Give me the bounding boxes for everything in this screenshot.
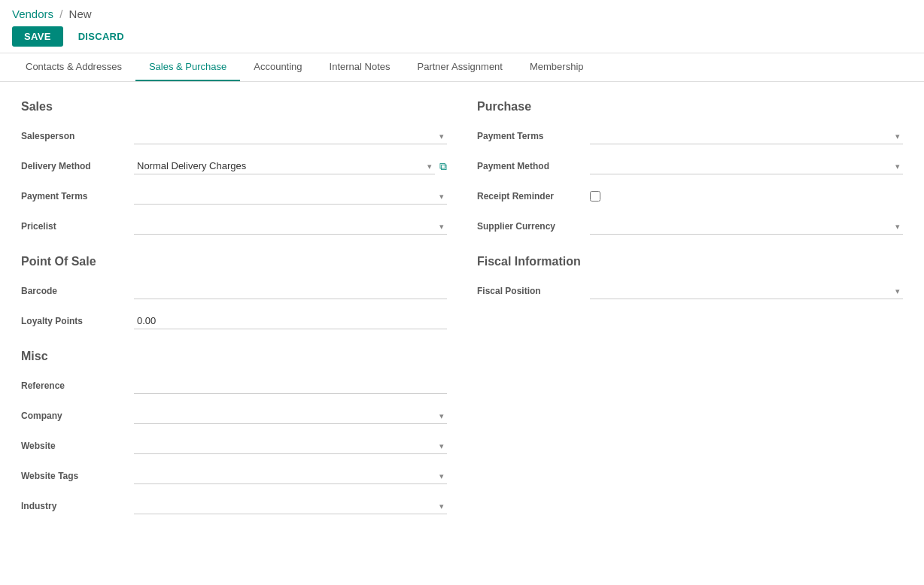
salesperson-select-wrapper[interactable]: ▾ xyxy=(134,128,447,144)
fiscal-position-select[interactable] xyxy=(590,283,903,299)
fiscal-position-select-wrapper[interactable]: ▾ xyxy=(590,283,903,299)
tab-sales-purchase[interactable]: Sales & Purchase xyxy=(135,53,240,81)
industry-label: Industry xyxy=(21,501,134,511)
breadcrumb-parent[interactable]: Vendors xyxy=(12,8,53,20)
website-select[interactable] xyxy=(134,438,447,454)
company-select[interactable] xyxy=(134,408,447,424)
tab-partner-assignment[interactable]: Partner Assignment xyxy=(404,53,516,81)
top-bar: Vendors / New SAVE DISCARD xyxy=(0,0,924,53)
breadcrumb: Vendors / New xyxy=(12,8,912,20)
purchase-section-title: Purchase xyxy=(477,100,903,114)
website-label: Website xyxy=(21,441,134,451)
pricelist-select-wrapper[interactable]: ▾ xyxy=(134,218,447,235)
fiscal-position-label: Fiscal Position xyxy=(477,286,590,296)
salesperson-select[interactable] xyxy=(134,128,447,144)
delivery-method-select[interactable]: Normal Delivery Charges xyxy=(134,158,435,174)
misc-section-title: Misc xyxy=(21,350,447,363)
tab-contacts[interactable]: Contacts & Addresses xyxy=(12,53,135,81)
company-label: Company xyxy=(21,411,134,421)
purchase-payment-terms-select[interactable] xyxy=(590,128,903,144)
tabs-container: Contacts & Addresses Sales & Purchase Ac… xyxy=(0,53,924,82)
tab-content: Sales Salesperson ▾ Delivery Method Norm… xyxy=(0,82,924,544)
website-tags-row: Website Tags ▾ xyxy=(21,465,447,486)
website-select-wrapper[interactable]: ▾ xyxy=(134,438,447,454)
sales-payment-terms-select-wrapper[interactable]: ▾ xyxy=(134,188,447,205)
right-column: Purchase Payment Terms ▾ Payment Method … xyxy=(477,100,903,526)
loyalty-points-row: Loyalty Points 0.00 xyxy=(21,311,447,332)
barcode-row: Barcode xyxy=(21,280,447,302)
sales-section-title: Sales xyxy=(21,100,447,114)
loyalty-points-label: Loyalty Points xyxy=(21,316,134,326)
receipt-reminder-checkbox[interactable] xyxy=(590,191,600,202)
barcode-input[interactable] xyxy=(134,283,447,299)
purchase-payment-terms-label: Payment Terms xyxy=(477,131,590,141)
loyalty-points-input[interactable]: 0.00 xyxy=(134,313,447,329)
salesperson-row: Salesperson ▾ xyxy=(21,126,447,147)
payment-method-select[interactable] xyxy=(590,158,903,174)
payment-method-label: Payment Method xyxy=(477,161,590,171)
save-button[interactable]: SAVE xyxy=(12,26,63,47)
payment-method-row: Payment Method ▾ xyxy=(477,156,903,177)
discard-button[interactable]: DISCARD xyxy=(69,26,133,47)
supplier-currency-select[interactable] xyxy=(590,218,903,235)
breadcrumb-current: New xyxy=(69,8,92,20)
industry-select[interactable] xyxy=(134,498,447,514)
website-row: Website ▾ xyxy=(21,435,447,456)
sales-payment-terms-label: Payment Terms xyxy=(21,191,134,202)
website-tags-label: Website Tags xyxy=(21,471,134,481)
tab-membership[interactable]: Membership xyxy=(516,53,597,81)
pos-section-title: Point Of Sale xyxy=(21,255,447,268)
fiscal-section-title: Fiscal Information xyxy=(477,255,903,268)
purchase-payment-terms-row: Payment Terms ▾ xyxy=(477,126,903,147)
delivery-method-row: Delivery Method Normal Delivery Charges … xyxy=(21,156,447,177)
reference-row: Reference xyxy=(21,375,447,396)
supplier-currency-row: Supplier Currency ▾ xyxy=(477,216,903,237)
pricelist-row: Pricelist ▾ xyxy=(21,216,447,237)
company-row: Company ▾ xyxy=(21,405,447,426)
supplier-currency-select-wrapper[interactable]: ▾ xyxy=(590,218,903,235)
pricelist-select[interactable] xyxy=(134,218,447,235)
company-select-wrapper[interactable]: ▾ xyxy=(134,408,447,424)
barcode-input-wrapper[interactable] xyxy=(134,283,447,299)
left-column: Sales Salesperson ▾ Delivery Method Norm… xyxy=(21,100,447,526)
salesperson-label: Salesperson xyxy=(21,131,134,141)
breadcrumb-separator: / xyxy=(59,8,62,20)
receipt-reminder-row: Receipt Reminder xyxy=(477,186,903,207)
reference-input-wrapper[interactable] xyxy=(134,377,447,394)
sales-payment-terms-select[interactable] xyxy=(134,188,447,205)
receipt-reminder-checkbox-wrapper[interactable] xyxy=(590,191,600,202)
receipt-reminder-label: Receipt Reminder xyxy=(477,191,590,202)
industry-select-wrapper[interactable]: ▾ xyxy=(134,498,447,514)
payment-method-select-wrapper[interactable]: ▾ xyxy=(590,158,903,174)
loyalty-points-input-wrapper[interactable]: 0.00 xyxy=(134,313,447,329)
delivery-method-label: Delivery Method xyxy=(21,161,134,171)
barcode-label: Barcode xyxy=(21,286,134,296)
tab-internal-notes[interactable]: Internal Notes xyxy=(316,53,404,81)
delivery-select-container[interactable]: Normal Delivery Charges ▾ xyxy=(134,158,435,174)
industry-row: Industry ▾ xyxy=(21,496,447,517)
supplier-currency-label: Supplier Currency xyxy=(477,221,590,232)
website-tags-select[interactable] xyxy=(134,468,447,484)
purchase-payment-terms-select-wrapper[interactable]: ▾ xyxy=(590,128,903,144)
pricelist-label: Pricelist xyxy=(21,221,134,232)
website-tags-select-wrapper[interactable]: ▾ xyxy=(134,468,447,484)
action-bar: SAVE DISCARD xyxy=(12,26,912,47)
fiscal-position-row: Fiscal Position ▾ xyxy=(477,280,903,302)
delivery-external-link-icon[interactable]: ⧉ xyxy=(439,160,447,173)
tab-accounting[interactable]: Accounting xyxy=(240,53,315,81)
reference-input[interactable] xyxy=(134,377,447,394)
reference-label: Reference xyxy=(21,380,134,391)
sales-payment-terms-row: Payment Terms ▾ xyxy=(21,186,447,207)
delivery-method-wrapper: Normal Delivery Charges ▾ ⧉ xyxy=(134,158,447,174)
